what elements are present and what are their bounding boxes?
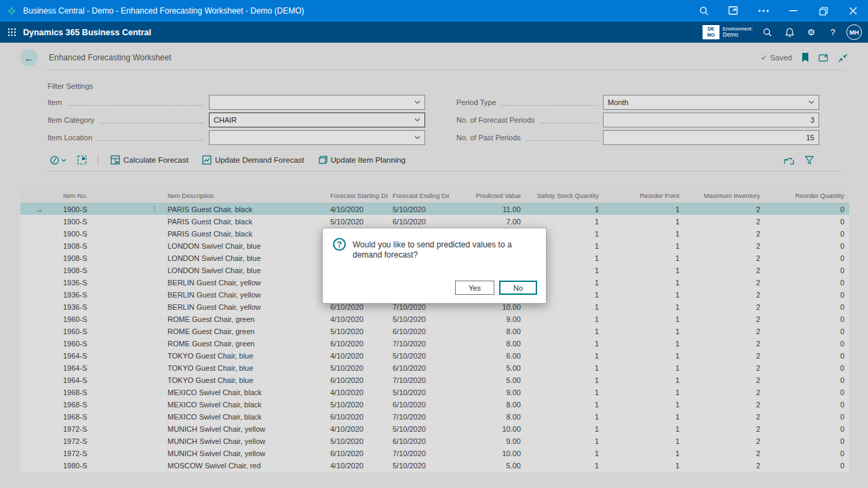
help-icon[interactable]: ? [822,22,844,43]
no-button[interactable]: No [499,281,537,295]
dynamics-navbar: Dynamics 365 Business Central DE MO Envi… [0,22,868,43]
environment-label: Environment: Demo [723,26,753,39]
more-options-icon[interactable] [749,0,778,22]
minimize-icon[interactable] [778,0,808,22]
waffle-menu-icon[interactable] [0,28,23,37]
window-title: Business Central - Demo - Enhanced Forec… [23,6,304,16]
page-content: ← Enhanced Forecasting Worksheet ✓ Saved… [0,43,868,488]
dialog-message: Would you like to send predicted values … [353,240,538,260]
zoom-icon[interactable] [689,0,719,22]
close-icon[interactable] [838,0,868,22]
avatar[interactable]: MH [846,24,862,40]
yes-button[interactable]: Yes [455,281,494,295]
restore-icon[interactable] [808,0,838,22]
business-central-app-icon [0,6,23,16]
notifications-bell-icon[interactable] [778,22,800,43]
search-icon[interactable] [757,22,778,43]
question-icon: ? [333,238,346,251]
popout-window-icon[interactable] [719,0,749,22]
confirm-dialog: ? Would you like to send predicted value… [322,228,547,304]
settings-gear-icon[interactable]: ⚙ [800,22,822,43]
window-titlebar: Business Central - Demo - Enhanced Forec… [0,0,868,22]
app-title[interactable]: Dynamics 365 Business Central [23,28,151,37]
environment-badge[interactable]: DE MO [703,25,719,39]
